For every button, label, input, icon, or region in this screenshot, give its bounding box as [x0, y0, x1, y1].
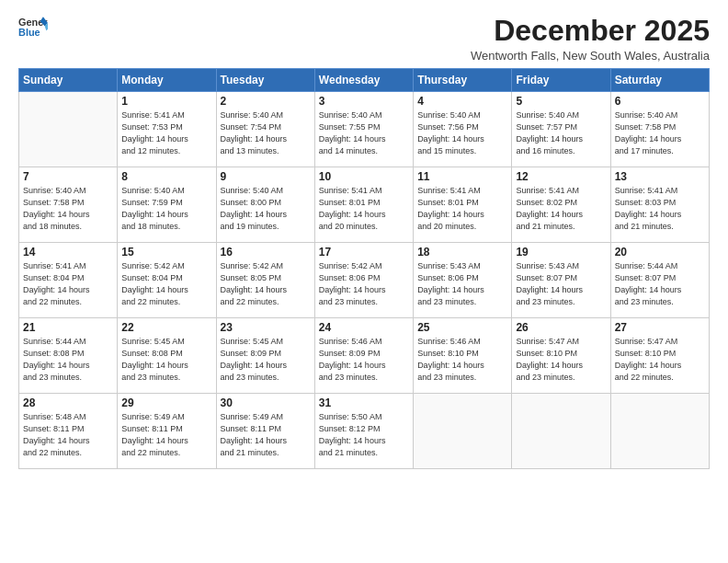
day-info: Sunrise: 5:40 AM Sunset: 7:55 PM Dayligh… — [319, 109, 409, 157]
logo: General Blue — [18, 15, 48, 40]
table-row: 17Sunrise: 5:42 AM Sunset: 8:06 PM Dayli… — [314, 243, 413, 318]
header-tuesday: Tuesday — [216, 69, 314, 92]
table-row — [512, 394, 610, 469]
day-info: Sunrise: 5:47 AM Sunset: 8:10 PM Dayligh… — [615, 336, 705, 384]
day-number: 22 — [121, 321, 211, 334]
table-row: 4Sunrise: 5:40 AM Sunset: 7:56 PM Daylig… — [414, 92, 512, 167]
calendar-week-row: 21Sunrise: 5:44 AM Sunset: 8:08 PM Dayli… — [19, 318, 710, 394]
header-wednesday: Wednesday — [314, 69, 413, 92]
page: General Blue December 2025 Wentworth Fal… — [0, 0, 728, 563]
table-row: 24Sunrise: 5:46 AM Sunset: 8:09 PM Dayli… — [314, 318, 413, 394]
day-info: Sunrise: 5:46 AM Sunset: 8:10 PM Dayligh… — [417, 336, 507, 384]
header-saturday: Saturday — [610, 69, 709, 92]
day-info: Sunrise: 5:40 AM Sunset: 7:57 PM Dayligh… — [516, 109, 606, 157]
table-row: 2Sunrise: 5:40 AM Sunset: 7:54 PM Daylig… — [216, 92, 314, 167]
table-row: 6Sunrise: 5:40 AM Sunset: 7:58 PM Daylig… — [610, 92, 709, 167]
day-number: 24 — [319, 321, 409, 334]
day-info: Sunrise: 5:45 AM Sunset: 8:08 PM Dayligh… — [121, 336, 211, 384]
day-info: Sunrise: 5:41 AM Sunset: 8:01 PM Dayligh… — [417, 185, 507, 233]
table-row: 18Sunrise: 5:43 AM Sunset: 8:06 PM Dayli… — [414, 243, 512, 318]
table-row: 25Sunrise: 5:46 AM Sunset: 8:10 PM Dayli… — [414, 318, 512, 394]
day-number: 29 — [121, 396, 211, 409]
table-row: 20Sunrise: 5:44 AM Sunset: 8:07 PM Dayli… — [610, 243, 709, 318]
table-row: 3Sunrise: 5:40 AM Sunset: 7:55 PM Daylig… — [314, 92, 413, 167]
table-row — [414, 394, 512, 469]
day-number: 14 — [23, 246, 113, 259]
header-sunday: Sunday — [19, 69, 118, 92]
day-info: Sunrise: 5:46 AM Sunset: 8:09 PM Dayligh… — [319, 336, 409, 384]
calendar-header-row: Sunday Monday Tuesday Wednesday Thursday… — [19, 69, 710, 92]
day-number: 7 — [23, 170, 113, 183]
table-row — [610, 394, 709, 469]
table-row: 22Sunrise: 5:45 AM Sunset: 8:08 PM Dayli… — [118, 318, 216, 394]
calendar-week-row: 1Sunrise: 5:41 AM Sunset: 7:53 PM Daylig… — [19, 92, 710, 167]
day-number: 12 — [516, 170, 606, 183]
day-number: 28 — [23, 396, 113, 409]
day-number: 1 — [121, 95, 211, 108]
table-row: 29Sunrise: 5:49 AM Sunset: 8:11 PM Dayli… — [118, 394, 216, 469]
day-info: Sunrise: 5:40 AM Sunset: 7:59 PM Dayligh… — [121, 185, 211, 233]
table-row — [19, 92, 118, 167]
table-row: 31Sunrise: 5:50 AM Sunset: 8:12 PM Dayli… — [314, 394, 413, 469]
table-row: 30Sunrise: 5:49 AM Sunset: 8:11 PM Dayli… — [216, 394, 314, 469]
day-info: Sunrise: 5:40 AM Sunset: 7:54 PM Dayligh… — [221, 109, 311, 157]
day-number: 21 — [23, 321, 113, 334]
day-info: Sunrise: 5:45 AM Sunset: 8:09 PM Dayligh… — [221, 336, 311, 384]
table-row: 13Sunrise: 5:41 AM Sunset: 8:03 PM Dayli… — [610, 167, 709, 243]
day-info: Sunrise: 5:48 AM Sunset: 8:11 PM Dayligh… — [23, 411, 113, 459]
day-number: 5 — [516, 95, 606, 108]
day-info: Sunrise: 5:41 AM Sunset: 8:02 PM Dayligh… — [516, 185, 606, 233]
day-number: 6 — [615, 95, 705, 108]
day-number: 17 — [319, 246, 409, 259]
day-number: 13 — [615, 170, 705, 183]
month-title: December 2025 — [471, 15, 710, 47]
day-number: 15 — [121, 246, 211, 259]
day-info: Sunrise: 5:43 AM Sunset: 8:06 PM Dayligh… — [417, 260, 507, 308]
table-row: 23Sunrise: 5:45 AM Sunset: 8:09 PM Dayli… — [216, 318, 314, 394]
table-row: 27Sunrise: 5:47 AM Sunset: 8:10 PM Dayli… — [610, 318, 709, 394]
day-info: Sunrise: 5:40 AM Sunset: 7:58 PM Dayligh… — [23, 185, 113, 233]
day-info: Sunrise: 5:42 AM Sunset: 8:05 PM Dayligh… — [221, 260, 311, 308]
table-row: 12Sunrise: 5:41 AM Sunset: 8:02 PM Dayli… — [512, 167, 610, 243]
day-info: Sunrise: 5:44 AM Sunset: 8:07 PM Dayligh… — [615, 260, 705, 308]
day-number: 16 — [221, 246, 311, 259]
day-number: 9 — [221, 170, 311, 183]
day-info: Sunrise: 5:42 AM Sunset: 8:06 PM Dayligh… — [319, 260, 409, 308]
day-number: 27 — [615, 321, 705, 334]
calendar-table: Sunday Monday Tuesday Wednesday Thursday… — [18, 68, 710, 469]
calendar-week-row: 7Sunrise: 5:40 AM Sunset: 7:58 PM Daylig… — [19, 167, 710, 243]
table-row: 15Sunrise: 5:42 AM Sunset: 8:04 PM Dayli… — [118, 243, 216, 318]
day-number: 8 — [121, 170, 211, 183]
day-number: 30 — [221, 396, 311, 409]
table-row: 1Sunrise: 5:41 AM Sunset: 7:53 PM Daylig… — [118, 92, 216, 167]
day-number: 19 — [516, 246, 606, 259]
table-row: 5Sunrise: 5:40 AM Sunset: 7:57 PM Daylig… — [512, 92, 610, 167]
header-friday: Friday — [512, 69, 610, 92]
day-number: 2 — [221, 95, 311, 108]
day-info: Sunrise: 5:41 AM Sunset: 8:01 PM Dayligh… — [319, 185, 409, 233]
day-info: Sunrise: 5:49 AM Sunset: 8:11 PM Dayligh… — [221, 411, 311, 459]
table-row: 8Sunrise: 5:40 AM Sunset: 7:59 PM Daylig… — [118, 167, 216, 243]
day-number: 26 — [516, 321, 606, 334]
table-row: 21Sunrise: 5:44 AM Sunset: 8:08 PM Dayli… — [19, 318, 118, 394]
day-info: Sunrise: 5:50 AM Sunset: 8:12 PM Dayligh… — [319, 411, 409, 459]
table-row: 28Sunrise: 5:48 AM Sunset: 8:11 PM Dayli… — [19, 394, 118, 469]
day-info: Sunrise: 5:40 AM Sunset: 7:56 PM Dayligh… — [417, 109, 507, 157]
header: General Blue December 2025 Wentworth Fal… — [18, 15, 710, 63]
day-number: 25 — [417, 321, 507, 334]
day-info: Sunrise: 5:41 AM Sunset: 8:03 PM Dayligh… — [615, 185, 705, 233]
day-number: 3 — [319, 95, 409, 108]
calendar-week-row: 14Sunrise: 5:41 AM Sunset: 8:04 PM Dayli… — [19, 243, 710, 318]
location-subtitle: Wentworth Falls, New South Wales, Austra… — [471, 49, 710, 63]
header-thursday: Thursday — [414, 69, 512, 92]
day-info: Sunrise: 5:49 AM Sunset: 8:11 PM Dayligh… — [121, 411, 211, 459]
table-row: 14Sunrise: 5:41 AM Sunset: 8:04 PM Dayli… — [19, 243, 118, 318]
header-monday: Monday — [118, 69, 216, 92]
title-block: December 2025 Wentworth Falls, New South… — [471, 15, 710, 63]
day-number: 10 — [319, 170, 409, 183]
day-number: 4 — [417, 95, 507, 108]
table-row: 9Sunrise: 5:40 AM Sunset: 8:00 PM Daylig… — [216, 167, 314, 243]
day-number: 23 — [221, 321, 311, 334]
day-info: Sunrise: 5:41 AM Sunset: 8:04 PM Dayligh… — [23, 260, 113, 308]
day-info: Sunrise: 5:42 AM Sunset: 8:04 PM Dayligh… — [121, 260, 211, 308]
